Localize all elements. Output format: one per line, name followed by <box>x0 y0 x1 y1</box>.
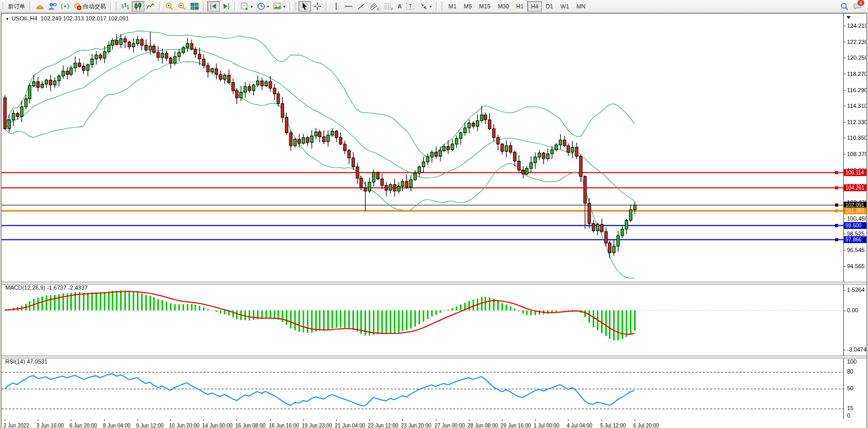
trendline-icon <box>357 2 366 10</box>
cursor-arrow-icon <box>301 2 309 10</box>
price-panel-canvas[interactable] <box>2 14 866 282</box>
timeframe-m1-button[interactable]: M1 <box>445 1 460 12</box>
profile-button[interactable] <box>46 1 59 12</box>
arrows-shapes-icon <box>420 2 428 10</box>
signals-button[interactable] <box>59 1 71 12</box>
text-label-button[interactable]: T <box>404 1 417 12</box>
cursor-button[interactable] <box>298 1 311 12</box>
collapse-triangle-icon[interactable]: ▼ <box>5 17 9 21</box>
toolbar-separator <box>110 2 112 11</box>
timeframe-d1-button[interactable]: D1 <box>542 1 556 12</box>
fibonacci-button[interactable]: F <box>382 1 395 12</box>
new-order-button[interactable]: 新订单 <box>6 1 27 12</box>
time-axis-canvas[interactable] <box>2 419 866 428</box>
macd-label: MACD(12,26,9) -1.6737 -2.4337 <box>5 284 88 291</box>
tile-windows-button[interactable] <box>188 1 201 12</box>
price-line-label[interactable]: 104.261 <box>844 184 867 191</box>
toolbar-separator <box>29 2 31 11</box>
chart-symbol-period: USOil-,H4 <box>12 15 38 21</box>
person-chart-icon <box>48 2 57 10</box>
bar-chart-icon <box>121 2 130 10</box>
fibonacci-icon <box>384 2 391 10</box>
rsi-value: 47.0531 <box>27 358 48 365</box>
equidistant-channel-button[interactable]: E <box>368 1 382 12</box>
svg-text:T: T <box>409 4 412 9</box>
auto-trading-label: 自动交易 <box>83 3 106 10</box>
timeframe-h1-button[interactable]: H1 <box>512 1 527 12</box>
timeframe-w1-button[interactable]: W1 <box>557 1 573 12</box>
arrows-button[interactable]: ▾ <box>417 1 434 12</box>
chart-ohlc-values: 102.249 102.313 102.017 102.091 <box>41 15 129 21</box>
horizontal-line-button[interactable] <box>342 1 355 12</box>
auto-scroll-button[interactable] <box>207 1 220 12</box>
trendline-button[interactable] <box>355 1 368 12</box>
gold-hat-icon <box>36 2 44 10</box>
add-indicator-icon <box>241 2 249 10</box>
toolbar-separator <box>159 2 161 11</box>
indicators-button[interactable]: ▾ <box>239 1 255 12</box>
rsi-label: RSI(14) 47.0531 <box>5 358 48 365</box>
candlestick-chart-button[interactable] <box>132 1 144 12</box>
notification-badge: 1 <box>858 0 864 6</box>
dropdown-arrow-icon: ▾ <box>251 4 253 9</box>
timeframe-h4-button[interactable]: H4 <box>527 1 542 12</box>
price-line-label[interactable]: 101.393 <box>844 207 867 214</box>
timeframe-m15-button[interactable]: M15 <box>476 1 494 12</box>
text-button[interactable]: A <box>395 1 404 12</box>
dropdown-arrow-icon: ▾ <box>430 4 432 9</box>
chart-shift-icon <box>222 2 230 10</box>
macd-title: MACD(12,26,9) <box>5 284 45 291</box>
crosshair-button[interactable] <box>311 1 324 12</box>
toolbar-grip <box>2 2 4 10</box>
dropdown-arrow-icon: ▾ <box>283 4 285 9</box>
macd-value-signal: -2.4337 <box>68 284 88 291</box>
timeframe-m5-button[interactable]: M5 <box>460 1 475 12</box>
toolbar-separator <box>290 2 292 11</box>
macd-panel-canvas[interactable] <box>2 284 866 356</box>
line-chart-button[interactable] <box>144 1 157 12</box>
zoom-out-button[interactable] <box>176 1 188 12</box>
expert-hat-button[interactable] <box>34 1 46 12</box>
zoom-in-icon <box>165 2 174 10</box>
channel-icon <box>370 2 377 10</box>
vertical-line-button[interactable] <box>330 1 342 12</box>
fibonacci-letter: F <box>391 7 393 11</box>
timeframe-mn-button[interactable]: MN <box>573 1 589 12</box>
crosshair-icon <box>313 2 322 10</box>
rsi-panel-canvas[interactable] <box>2 358 866 419</box>
price-line-label[interactable]: 97.866 <box>844 236 867 243</box>
auto-trading-icon <box>73 2 82 10</box>
horizontal-line-icon <box>345 2 353 10</box>
dropdown-arrow-icon: ▾ <box>267 4 269 9</box>
zoom-in-button[interactable] <box>163 1 176 12</box>
timeframe-m30-button[interactable]: M30 <box>494 1 512 12</box>
price-line-label[interactable]: 106.114 <box>844 169 867 176</box>
toolbar-separator <box>436 2 438 11</box>
auto-trading-button[interactable]: 自动交易 <box>71 1 108 12</box>
line-chart-icon <box>146 2 155 10</box>
clock-icon <box>257 2 265 10</box>
notifications-button[interactable]: 1 <box>851 1 864 12</box>
toolbar-separator <box>326 2 328 11</box>
text-a-icon: A <box>398 3 402 9</box>
bar-chart-button[interactable] <box>119 1 132 12</box>
rsi-title: RSI(14) <box>5 358 25 365</box>
template-image-icon <box>273 2 282 10</box>
new-order-label: 新订单 <box>8 3 25 10</box>
chart-shift-button[interactable] <box>220 1 232 12</box>
channel-letter: E <box>377 7 380 11</box>
macd-value-main: -1.6737 <box>47 284 66 291</box>
price-line-label[interactable]: 99.600 <box>844 222 867 229</box>
text-label-icon: T <box>406 2 415 10</box>
toolbar-grip <box>441 2 443 10</box>
main-toolbar: 新订单 自动交易 ▾ ▾ ▾ E F <box>0 0 868 13</box>
toolbar-separator <box>203 2 205 11</box>
tile-windows-icon <box>190 2 199 10</box>
vertical-line-icon <box>332 2 340 10</box>
toolbar-grip <box>295 2 296 10</box>
periods-button[interactable]: ▾ <box>255 1 271 12</box>
search-icon <box>840 2 849 10</box>
toolbar-grip <box>115 2 117 10</box>
search-button[interactable] <box>838 1 851 12</box>
templates-button[interactable]: ▾ <box>271 1 287 12</box>
